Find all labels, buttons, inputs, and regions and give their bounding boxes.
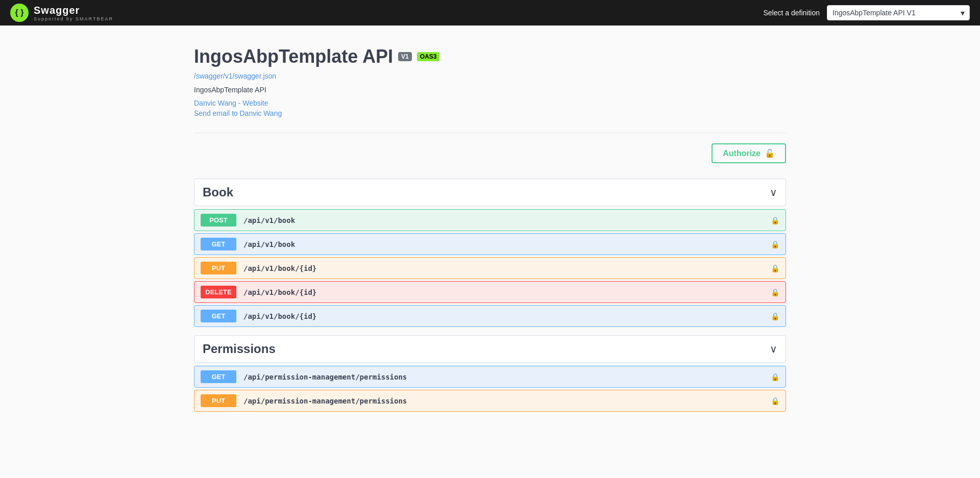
swagger-icon: { } xyxy=(10,4,29,22)
group-title: Book xyxy=(203,185,233,199)
method-badge-delete: DELETE xyxy=(201,286,236,298)
authorize-row: Authorize 🔓 xyxy=(194,133,786,168)
contact-website-link[interactable]: Danvic Wang - Website xyxy=(194,99,786,107)
info-section: IngosAbpTemplate API V1 OAS3 /swagger/v1… xyxy=(194,36,786,133)
contact-links: Danvic Wang - Website Send email to Danv… xyxy=(194,99,786,117)
endpoint-item[interactable]: GET /api/v1/book/{id} 🔒 xyxy=(194,305,786,327)
method-badge-get: GET xyxy=(201,310,236,322)
endpoint-path: /api/permission-management/permissions xyxy=(243,373,766,381)
endpoint-item[interactable]: GET /api/permission-management/permissio… xyxy=(194,366,786,388)
endpoint-item[interactable]: PUT /api/v1/book/{id} 🔒 xyxy=(194,257,786,279)
endpoint-path: /api/v1/book xyxy=(243,216,766,224)
definition-select[interactable]: IngosAbpTemplate API V1 xyxy=(827,5,970,20)
method-badge-get: GET xyxy=(201,238,236,250)
endpoint-item[interactable]: POST /api/v1/book 🔒 xyxy=(194,209,786,231)
authorize-lock-icon: 🔓 xyxy=(765,148,775,158)
info-title-row: IngosAbpTemplate API V1 OAS3 xyxy=(194,46,786,67)
authorize-button[interactable]: Authorize 🔓 xyxy=(712,143,786,163)
endpoint-path: /api/v1/book/{id} xyxy=(243,264,766,272)
api-title: IngosAbpTemplate API xyxy=(194,46,393,67)
group-header-permissions[interactable]: Permissions ∨ xyxy=(194,335,786,363)
swagger-ui-main: IngosAbpTemplate API V1 OAS3 /swagger/v1… xyxy=(184,26,796,430)
method-badge-put: PUT xyxy=(201,262,236,274)
chevron-down-icon: ∨ xyxy=(770,343,777,355)
method-badge-put: PUT xyxy=(201,394,236,407)
endpoints-wrapper: Book ∨ POST /api/v1/book 🔒 GET /api/v1/b… xyxy=(194,179,786,412)
lock-icon: 🔒 xyxy=(771,312,779,320)
definition-selector-area: Select a definition IngosAbpTemplate API… xyxy=(763,5,970,20)
group-title: Permissions xyxy=(203,342,276,356)
logo-name: Swagger xyxy=(34,5,113,16)
lock-icon: 🔒 xyxy=(771,264,779,272)
group-header-book[interactable]: Book ∨ xyxy=(194,179,786,206)
badge-v1: V1 xyxy=(398,52,412,61)
lock-icon: 🔒 xyxy=(771,373,779,381)
lock-icon: 🔒 xyxy=(771,216,779,224)
endpoint-item[interactable]: DELETE /api/v1/book/{id} 🔒 xyxy=(194,281,786,303)
authorize-label: Authorize xyxy=(723,149,761,158)
chevron-down-icon: ∨ xyxy=(770,186,777,198)
topbar: { } Swagger Supported by SMARTBEAR Selec… xyxy=(0,0,980,26)
endpoint-item[interactable]: GET /api/v1/book 🔒 xyxy=(194,233,786,255)
lock-icon: 🔒 xyxy=(771,288,779,296)
api-description: IngosAbpTemplate API xyxy=(194,86,786,94)
endpoint-group-book: Book ∨ POST /api/v1/book 🔒 GET /api/v1/b… xyxy=(194,179,786,327)
badge-oas3: OAS3 xyxy=(417,52,440,61)
endpoint-item[interactable]: PUT /api/permission-management/permissio… xyxy=(194,390,786,412)
endpoint-path: /api/v1/book/{id} xyxy=(243,288,766,296)
lock-icon: 🔒 xyxy=(771,397,779,405)
logo: { } Swagger Supported by SMARTBEAR xyxy=(10,4,113,22)
logo-sub: Supported by SMARTBEAR xyxy=(34,16,113,21)
endpoint-path: /api/permission-management/permissions xyxy=(243,397,766,405)
select-label: Select a definition xyxy=(763,9,820,17)
endpoint-path: /api/v1/book/{id} xyxy=(243,312,766,320)
contact-email-link[interactable]: Send email to Danvic Wang xyxy=(194,109,786,117)
endpoint-path: /api/v1/book xyxy=(243,240,766,248)
swagger-json-link[interactable]: /swagger/v1/swagger.json xyxy=(194,72,276,80)
method-badge-get: GET xyxy=(201,370,236,383)
lock-icon: 🔒 xyxy=(771,240,779,248)
endpoint-group-permissions: Permissions ∨ GET /api/permission-manage… xyxy=(194,335,786,412)
select-wrapper: IngosAbpTemplate API V1 xyxy=(827,5,970,20)
method-badge-post: POST xyxy=(201,214,236,227)
